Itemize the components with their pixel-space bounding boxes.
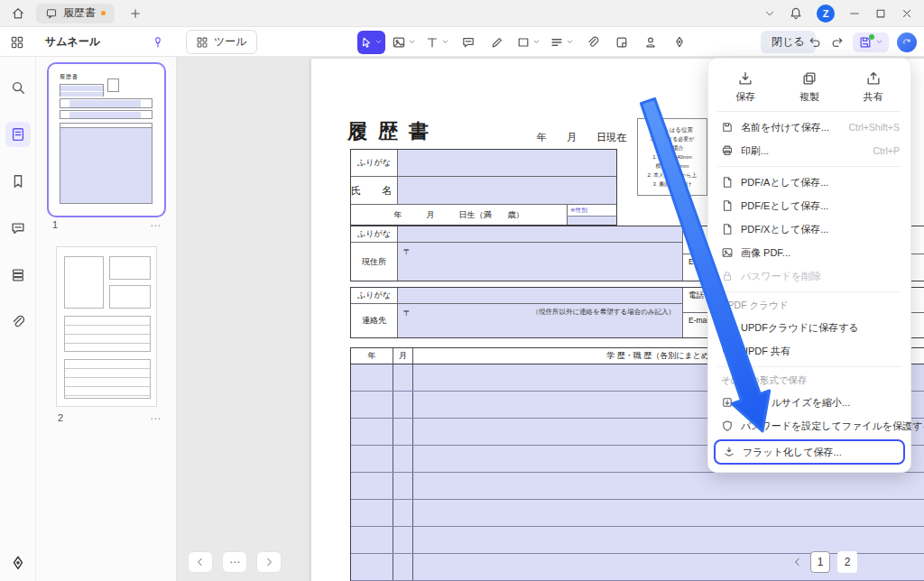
menu-item-flatten-and-save[interactable]: フラット化して保存... <box>714 439 905 465</box>
tools-button[interactable]: ツール <box>186 30 257 54</box>
tools-button-label: ツール <box>214 34 247 50</box>
text-tool-button[interactable] <box>422 31 452 54</box>
thumbnail-2-more-button[interactable]: ⋯ <box>150 412 162 425</box>
mini-name-block <box>60 84 104 97</box>
assistant-icon[interactable] <box>897 32 917 52</box>
lock-icon <box>721 270 734 282</box>
save-menu-button[interactable] <box>853 32 889 52</box>
chevron-down-icon[interactable] <box>764 8 775 19</box>
close-window-icon[interactable] <box>901 7 913 20</box>
attachment-tool-button[interactable] <box>580 31 605 54</box>
image-pdf-icon <box>721 246 734 259</box>
pen-tool-button[interactable] <box>485 31 510 54</box>
maximize-window-icon[interactable] <box>874 7 887 20</box>
thumbnail-page-1[interactable]: 履歴書 <box>47 62 166 217</box>
furigana-field[interactable] <box>398 150 616 176</box>
mini-table <box>64 316 151 352</box>
sidebar-item-annotations[interactable] <box>5 263 31 288</box>
menu-item-protect-with-password[interactable]: パスワードを設定してファイルを保護する... <box>708 414 910 438</box>
thumbnail-1-more-button[interactable]: ⋯ <box>150 219 162 232</box>
quick-action-label: 保存 <box>735 90 755 104</box>
printer-icon <box>721 144 734 157</box>
contact-furigana-field[interactable] <box>398 288 682 303</box>
sidebar-item-comments[interactable] <box>5 216 31 241</box>
chevron-down-icon <box>875 38 883 46</box>
comment-tool-button[interactable] <box>456 31 481 54</box>
chevron-down-icon <box>566 38 574 46</box>
home-icon[interactable] <box>11 6 25 21</box>
mini-contact-block <box>60 110 152 119</box>
menu-item-label: 印刷... <box>741 144 769 158</box>
image-tool-button[interactable] <box>389 31 419 54</box>
user-avatar[interactable]: Z <box>817 5 835 23</box>
pin-panel-button[interactable] <box>152 27 164 57</box>
menu-item-image-pdf[interactable]: 画像 PDF... <box>708 241 910 264</box>
quick-save-button[interactable]: 保存 <box>714 66 778 107</box>
photo-box-line: 写真をはる必要が <box>651 135 695 143</box>
menu-item-save-as[interactable]: 名前を付けて保存... Ctrl+Shift+S <box>708 115 910 139</box>
next-page-button[interactable] <box>256 551 282 573</box>
name-label: 氏 名 <box>351 177 398 204</box>
minimize-window-icon[interactable] <box>848 7 861 20</box>
menu-divider <box>717 366 901 367</box>
menu-item-shortcut: Ctrl+Shift+S <box>848 122 900 133</box>
menu-item-reduce-file-size[interactable]: ファイルサイズを縮小... <box>708 391 910 414</box>
menu-item-save-to-cloud[interactable]: UPDFクラウドに保存する <box>708 316 910 339</box>
name-field[interactable] <box>398 177 616 204</box>
chevron-left-icon[interactable] <box>792 557 803 567</box>
square-shape-icon <box>516 35 531 50</box>
signature-tool-button[interactable] <box>667 31 692 54</box>
updf-logo-icon[interactable] <box>10 555 26 574</box>
menu-item-print[interactable]: 印刷... Ctrl+P <box>708 139 910 162</box>
prev-page-button[interactable] <box>188 551 213 573</box>
sidebar-item-thumbnails[interactable] <box>5 122 31 147</box>
apps-grid-button[interactable] <box>10 27 24 57</box>
undo-icon[interactable] <box>808 35 822 50</box>
pdfa-doc-icon <box>721 176 734 189</box>
highlight-tool-button[interactable] <box>547 31 577 54</box>
comment-bubble-icon <box>461 35 476 50</box>
shield-lock-icon <box>721 420 734 432</box>
new-tab-icon[interactable] <box>129 7 142 20</box>
sticker-icon <box>614 35 629 50</box>
menu-item-remove-password: パスワードを削除 <box>708 264 910 288</box>
sidebar-item-search[interactable] <box>5 75 31 100</box>
history-row[interactable] <box>351 527 924 554</box>
photo-box-line: 2. 本人単身胸から上 <box>648 171 698 180</box>
redo-icon[interactable] <box>830 35 845 50</box>
page-2-button[interactable]: 2 <box>837 551 857 573</box>
layers-list-icon <box>10 267 26 283</box>
menu-item-save-pdfe[interactable]: PDF/Eとして保存... <box>708 194 910 217</box>
quick-duplicate-button[interactable]: 複製 <box>778 66 842 107</box>
menu-item-updf-share[interactable]: UPDF 共有 <box>708 339 910 363</box>
gender-cell[interactable]: ※性別 <box>567 205 616 225</box>
menu-item-label: ファイルサイズを縮小... <box>741 396 850 410</box>
sticker-tool-button[interactable] <box>609 31 634 54</box>
notifications-bell-icon[interactable] <box>789 6 803 21</box>
apps-grid-icon <box>10 35 24 50</box>
select-tool-button[interactable] <box>357 31 385 54</box>
gender-field[interactable] <box>568 216 616 225</box>
thumbnail-page-2[interactable] <box>56 246 157 407</box>
page-1-button[interactable]: 1 <box>810 551 830 573</box>
more-pages-button[interactable]: ⋯ <box>222 551 247 573</box>
month-column-header: 月 <box>393 348 413 364</box>
quick-share-button[interactable]: 共有 <box>841 66 905 107</box>
menu-item-save-pdfa[interactable]: PDF/Aとして保存... <box>708 171 910 194</box>
shape-tool-button[interactable] <box>513 31 543 54</box>
chevron-down-icon <box>441 38 449 46</box>
menu-item-save-pdfx[interactable]: PDF/Xとして保存... <box>708 217 910 241</box>
address-field[interactable]: 〒 <box>398 243 682 281</box>
history-row[interactable] <box>351 500 924 527</box>
stamp-tool-button[interactable] <box>638 31 663 54</box>
address-furigana-field[interactable] <box>398 226 682 242</box>
history-row[interactable] <box>351 473 924 500</box>
menu-section-other-formats: その他の形式で保存 <box>708 371 910 391</box>
mini-address-block <box>60 98 152 108</box>
sidebar-item-bookmarks[interactable] <box>5 169 31 194</box>
contact-field[interactable]: 〒（現住所以外に連絡を希望する場合のみ記入） <box>398 304 682 337</box>
phone-label: 電話 <box>688 229 704 240</box>
document-tab[interactable]: 履歴書 <box>36 4 115 23</box>
sidebar-item-attachments[interactable] <box>5 309 31 335</box>
photo-box-line: 横 24～30mm <box>655 162 688 171</box>
